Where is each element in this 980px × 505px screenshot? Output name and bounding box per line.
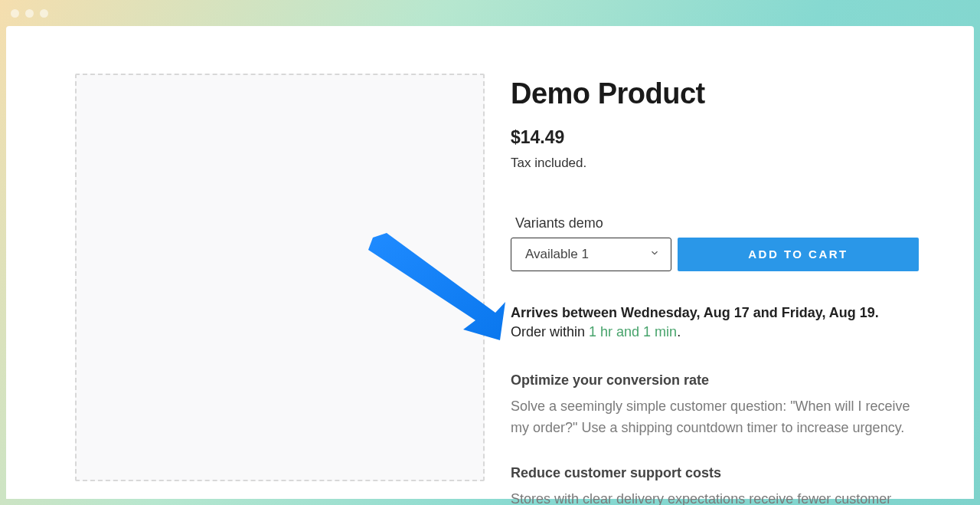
order-within-prefix: Order within <box>511 324 589 339</box>
variant-label: Variants demo <box>511 215 919 231</box>
window-control-minimize[interactable] <box>25 9 34 18</box>
order-within-suffix: . <box>677 324 681 339</box>
delivery-arrives-text: Arrives between Wednesday, Aug 17 and Fr… <box>511 305 919 321</box>
app-window: Demo Product $14.49 Tax included. Varian… <box>6 26 974 499</box>
benefit-text: Stores with clear delivery expectations … <box>511 489 919 505</box>
variant-select[interactable]: Available 1 <box>511 238 671 271</box>
tax-note: Tax included. <box>511 156 919 171</box>
benefit-title: Optimize your conversion rate <box>511 372 919 389</box>
product-image-placeholder <box>75 74 485 481</box>
benefit-text: Solve a seemingly simple customer questi… <box>511 396 919 439</box>
countdown-timer: 1 hr and 1 min <box>589 324 677 339</box>
product-title: Demo Product <box>511 78 919 110</box>
chevron-down-icon <box>649 247 660 262</box>
window-control-close[interactable] <box>11 9 19 18</box>
product-page: Demo Product $14.49 Tax included. Varian… <box>6 26 974 499</box>
benefit-title: Reduce customer support costs <box>511 465 919 481</box>
variant-selected-value: Available 1 <box>525 247 589 262</box>
product-price: $14.49 <box>511 127 919 148</box>
add-to-cart-button[interactable]: ADD TO CART <box>678 238 919 271</box>
delivery-order-within: Order within 1 hr and 1 min. <box>511 324 919 340</box>
window-control-zoom[interactable] <box>40 9 48 18</box>
browser-frame: Demo Product $14.49 Tax included. Varian… <box>0 0 980 505</box>
window-titlebar <box>0 0 980 26</box>
